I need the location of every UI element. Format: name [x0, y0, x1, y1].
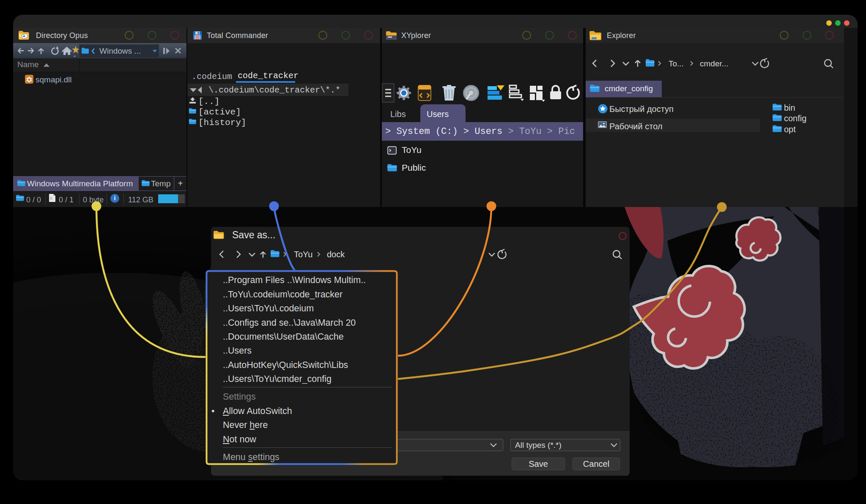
svg-text:To...: To... — [669, 59, 684, 68]
svg-text:ToYu: ToYu — [294, 250, 312, 259]
svg-text:dock: dock — [327, 250, 345, 259]
svg-text:cmder...: cmder... — [700, 59, 729, 68]
